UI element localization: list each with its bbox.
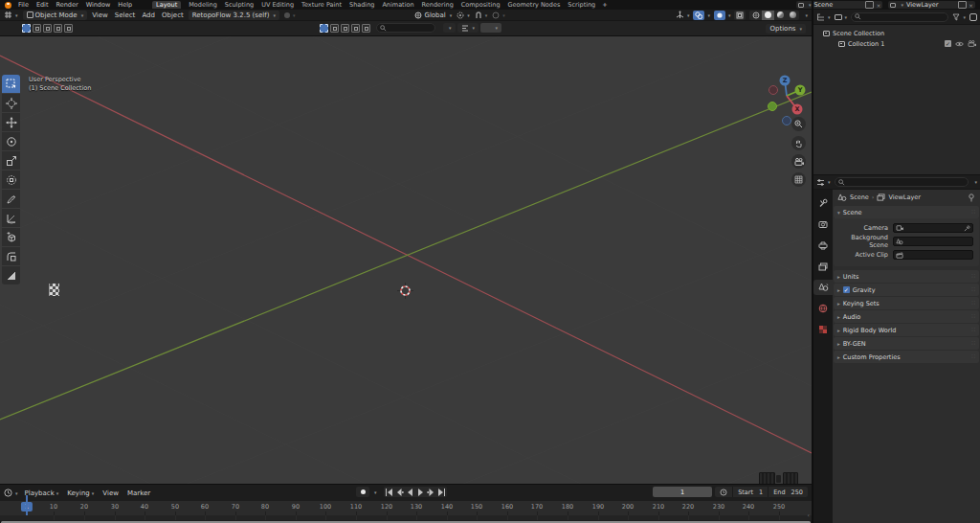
tab-tool[interactable]	[813, 195, 833, 211]
workspace-tab[interactable]: UV Editing	[261, 1, 294, 9]
rf-tool-button-4[interactable]	[351, 24, 360, 33]
pin-icon[interactable]	[968, 193, 975, 202]
remove-view-layer-icon[interactable]: ×	[969, 2, 973, 9]
tool-select-box[interactable]	[2, 75, 20, 93]
tool-addon-b[interactable]	[2, 266, 20, 284]
outliner-row-collection-1[interactable]: Collection 1 ✓	[813, 38, 980, 49]
menu-item[interactable]: Help	[118, 1, 132, 9]
timeline-ruler[interactable]: 1020304050607080901001101201301401501601…	[0, 501, 812, 515]
blender-logo-icon[interactable]	[5, 2, 11, 9]
editor-type-button[interactable]	[4, 11, 18, 19]
tool-rotate[interactable]	[2, 132, 20, 150]
jump-to-end-button[interactable]	[436, 487, 447, 497]
shading-material-button[interactable]	[774, 11, 787, 20]
play-button[interactable]	[415, 487, 426, 497]
rf-dropdown-2[interactable]	[457, 23, 479, 33]
pivot-point-selector[interactable]	[457, 11, 470, 19]
gizmo-toggle[interactable]	[676, 11, 690, 19]
rf-tool-button-2[interactable]	[330, 24, 339, 33]
outliner-row-scene-collection[interactable]: Scene Collection	[813, 28, 980, 38]
viewport-menu-item[interactable]: Object	[162, 11, 184, 19]
jump-to-start-button[interactable]	[384, 487, 394, 497]
disable-render-camera-icon[interactable]	[968, 40, 976, 47]
gizmo-neg-y-axis[interactable]	[768, 102, 777, 111]
rf-tool-button-1[interactable]	[320, 24, 328, 33]
collection-checkbox[interactable]: ✓	[945, 40, 951, 47]
overlays-toggle[interactable]	[693, 11, 710, 20]
tool-scale[interactable]	[2, 151, 20, 170]
tool-search-input[interactable]	[376, 23, 435, 33]
shading-wireframe-button[interactable]	[749, 11, 762, 20]
tool-transform[interactable]	[2, 171, 20, 189]
rf-tool-button-5[interactable]	[362, 24, 370, 33]
tab-render[interactable]	[813, 216, 833, 232]
timeline-menu-item[interactable]: Keying	[67, 489, 94, 497]
end-frame-field[interactable]: End 250	[768, 487, 808, 497]
select-mode-invert-button[interactable]	[54, 24, 62, 33]
tab-texture[interactable]	[813, 322, 833, 337]
zoom-button[interactable]	[791, 117, 806, 131]
menu-item[interactable]: File	[18, 1, 29, 9]
workspace-tab[interactable]: Sculpting	[225, 1, 254, 9]
current-frame-field[interactable]: 1	[653, 487, 712, 497]
select-mode-subtract-button[interactable]	[43, 24, 52, 33]
workspace-tab[interactable]: Modeling	[189, 1, 217, 9]
workspace-tab[interactable]: Compositing	[461, 1, 501, 9]
navigation-gizmo[interactable]: Z Y X	[763, 72, 812, 125]
breadcrumb-scene[interactable]: Scene	[850, 193, 869, 201]
menu-item[interactable]: Window	[86, 1, 111, 9]
addon-selector[interactable]: RetopoFlow 3.2.5 (self)	[189, 11, 279, 20]
use-preview-range-button[interactable]	[715, 487, 732, 497]
new-scene-icon[interactable]	[866, 2, 873, 8]
tool-move[interactable]	[2, 113, 20, 131]
start-frame-field[interactable]: Start 1	[732, 487, 768, 497]
addon-extra-dropdown[interactable]	[284, 11, 296, 19]
viewport-menu-item[interactable]: Select	[115, 11, 136, 19]
timeline-editor-type-button[interactable]	[4, 489, 18, 497]
select-mode-extend-button[interactable]	[33, 24, 41, 33]
rf-dropdown-3[interactable]	[480, 23, 501, 33]
tool-measure[interactable]	[2, 209, 20, 227]
hide-eye-icon[interactable]	[955, 41, 964, 47]
add-workspace-button[interactable]: +	[602, 1, 607, 9]
tool-add-cube[interactable]	[2, 228, 20, 246]
workspace-tab[interactable]: Rendering	[422, 1, 454, 9]
tool-addon-a[interactable]	[2, 247, 20, 265]
new-view-layer-icon[interactable]	[959, 2, 966, 8]
select-mode-intersect-button[interactable]	[64, 24, 73, 33]
eyedropper-icon[interactable]	[964, 225, 970, 232]
workspace-tab[interactable]: Scripting	[568, 1, 595, 9]
view-layer-selector[interactable]: ViewLayer ×	[888, 1, 975, 9]
tab-scene[interactable]	[813, 280, 833, 295]
tool-annotate[interactable]	[2, 190, 20, 208]
properties-panel-header[interactable]: BY-GEN	[834, 337, 979, 350]
active-clip-field[interactable]	[893, 250, 973, 260]
viewport-menu-item[interactable]: Add	[142, 11, 155, 19]
panel-scene[interactable]: Scene	[834, 206, 979, 218]
properties-panel-header[interactable]: ✓ Gravity	[834, 284, 979, 296]
properties-panel-header[interactable]: Rigid Body World	[834, 324, 979, 336]
shading-rendered-button[interactable]	[787, 11, 799, 20]
timeline-menu-item[interactable]: View	[102, 489, 119, 497]
timeline-menu-item[interactable]: Playback	[25, 489, 59, 497]
properties-panel-header[interactable]: Audio	[834, 310, 979, 323]
unlink-scene-icon[interactable]: ×	[876, 2, 880, 9]
outliner-filter-mode[interactable]	[835, 13, 848, 21]
gizmo-neg-z-axis[interactable]	[783, 117, 791, 125]
orientation-selector[interactable]: Global	[414, 11, 452, 19]
jump-prev-keyframe-button[interactable]	[394, 487, 405, 497]
play-reverse-button[interactable]	[405, 487, 415, 497]
ortho-toggle-button[interactable]	[791, 172, 806, 187]
image-empty-object[interactable]	[49, 284, 59, 296]
workspace-tab[interactable]: Animation	[382, 1, 413, 9]
proportional-edit-toggle[interactable]	[492, 11, 505, 19]
workspace-tab[interactable]: Shading	[349, 1, 374, 9]
outliner-sync-icon[interactable]	[969, 13, 977, 21]
rf-tool-button-3[interactable]	[341, 24, 349, 33]
timeline-collapse-arrow[interactable]: ‹	[808, 512, 810, 518]
options-button[interactable]: Options	[766, 24, 806, 34]
chevron-down-icon[interactable]	[972, 178, 977, 186]
viewport-3d[interactable]: User Perspective (1) Scene Collection	[0, 36, 812, 484]
tool-cursor[interactable]	[2, 94, 20, 112]
shading-solid-button[interactable]	[762, 11, 774, 20]
